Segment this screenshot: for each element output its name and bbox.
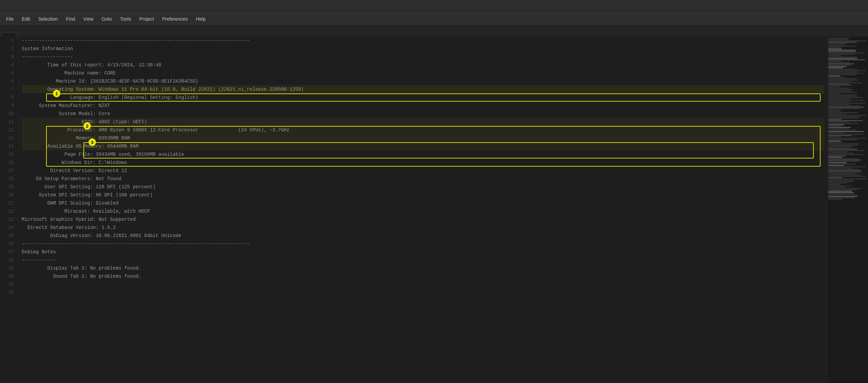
annotation-num-1: 1: [53, 90, 60, 97]
code-line: Microsoft Graphics Hybrid: Not Supported: [22, 215, 825, 224]
minimap-line: [828, 89, 853, 90]
minimap-line: [828, 193, 854, 194]
minimap-line: [828, 170, 861, 171]
minimap-line: [828, 42, 857, 43]
minimap-line: [828, 138, 866, 139]
maximize-button[interactable]: [835, 2, 849, 12]
code-line: Time of this report: 4/15/2024, 12:30:48: [22, 61, 825, 69]
code-line: BIOS: 4802 (type: UEFI): [22, 118, 825, 126]
minimap-line: [828, 39, 848, 40]
line-number: 22: [3, 207, 16, 215]
minimap-line: [828, 177, 842, 178]
minimap-line: [828, 128, 849, 129]
code-line: ----------------------------------------…: [22, 240, 825, 248]
line-number: 24: [3, 224, 16, 232]
menu-item-find[interactable]: Find: [62, 15, 78, 23]
minimap-line: [828, 65, 852, 66]
code-line: DWM DPI Scaling: Disabled: [22, 199, 825, 207]
minimap-line: [828, 149, 857, 150]
minimap-line: [828, 50, 856, 51]
line-number: 13: [3, 134, 16, 142]
minimap-line: [828, 134, 864, 135]
minimize-button[interactable]: [821, 2, 834, 12]
menu-item-view[interactable]: View: [80, 15, 97, 23]
code-line: Machine name: CORE: [22, 69, 825, 77]
code-line: Operating System: Windows 11 Pro 64-bit …: [22, 85, 825, 93]
line-number: 28: [3, 256, 16, 264]
line-number: 17: [3, 167, 16, 175]
line-number: 5: [3, 69, 16, 77]
minimap-line: [828, 71, 857, 72]
line-number: 27: [3, 248, 16, 256]
close-button[interactable]: [850, 2, 864, 12]
minimap-line: [828, 82, 862, 83]
minimap-line: [828, 104, 849, 105]
tab-bar: [0, 24, 868, 37]
code-line: Miracast: Available, with HDCP: [22, 207, 825, 215]
minimap-line: [828, 84, 849, 85]
menu-item-preferences[interactable]: Preferences: [159, 15, 191, 23]
minimap-line: [828, 78, 856, 79]
line-number: 10: [3, 110, 16, 118]
minimap-line: [828, 100, 864, 101]
minimap-line: [828, 46, 855, 47]
line-number: 19: [3, 183, 16, 191]
minimap-line: [828, 67, 843, 68]
minimap-line: [828, 88, 849, 89]
code-line: Page File: 39434MB used, 30106MB availab…: [22, 150, 825, 158]
minimap-line: [828, 51, 856, 52]
code-line: Available OS Memory: 65446MB RAM: [22, 142, 825, 150]
minimap-line: [828, 196, 857, 197]
code-line: ------------------: [22, 53, 825, 61]
minimap-line: [828, 187, 846, 188]
line-number: 26: [3, 240, 16, 248]
code-line: Processor: AMD Ryzen 9 5900X 12-Core Pro…: [22, 126, 825, 134]
code-line: DxDiag Version: 10.00.22621.0001 64bit U…: [22, 232, 825, 240]
menu-item-file[interactable]: File: [3, 15, 17, 23]
menu-item-goto[interactable]: Goto: [98, 15, 115, 23]
minimap-line: [828, 197, 854, 198]
minimap-line: [828, 62, 849, 63]
line-number: 18: [3, 175, 16, 183]
code-line: Windows Dir: C:\Windows: [22, 158, 825, 167]
menu-item-edit[interactable]: Edit: [19, 15, 34, 23]
line-number: 14: [3, 142, 16, 150]
code-content[interactable]: ----------------------------------------…: [19, 37, 827, 383]
minimap-line: [828, 85, 853, 86]
minimap-line: [828, 189, 857, 190]
menu-item-tools[interactable]: Tools: [117, 15, 135, 23]
minimap-line: [828, 146, 854, 147]
minimap-line: [828, 63, 854, 64]
minimap-line: [828, 141, 841, 142]
minimap-line: [828, 183, 847, 184]
annotation-num-3: 3: [88, 139, 96, 146]
minimap-line: [828, 86, 841, 87]
file-tab[interactable]: [1, 32, 16, 37]
minimap-line: [828, 76, 841, 77]
minimap-line: [828, 180, 853, 181]
code-line: ----------------------------------------…: [22, 37, 825, 45]
menu-item-selection[interactable]: Selection: [35, 15, 61, 23]
code-line: DirectX Database Version: 1.5.2: [22, 224, 825, 232]
code-line: DxDiag Notes: [22, 248, 825, 256]
minimap-line: [828, 74, 856, 75]
menu-item-help[interactable]: Help: [193, 15, 209, 23]
minimap[interactable]: [827, 37, 868, 383]
minimap-line: [828, 161, 859, 162]
minimap-line: [828, 116, 861, 117]
line-number: 12: [3, 126, 16, 134]
minimap-line: [828, 127, 851, 128]
minimap-line: [828, 191, 852, 192]
code-line: Language: English (Regional Setting: Eng…: [22, 93, 825, 102]
minimap-line: [828, 195, 859, 196]
menu-item-project[interactable]: Project: [136, 15, 158, 23]
minimap-line: [828, 142, 843, 143]
minimap-line: [828, 113, 846, 114]
line-number: 15: [3, 150, 16, 158]
minimap-line: [828, 188, 862, 189]
minimap-line: [828, 103, 865, 104]
minimap-line: [828, 92, 857, 93]
minimap-line: [828, 122, 849, 123]
minimap-line: [828, 73, 864, 74]
minimap-line: [828, 105, 860, 106]
